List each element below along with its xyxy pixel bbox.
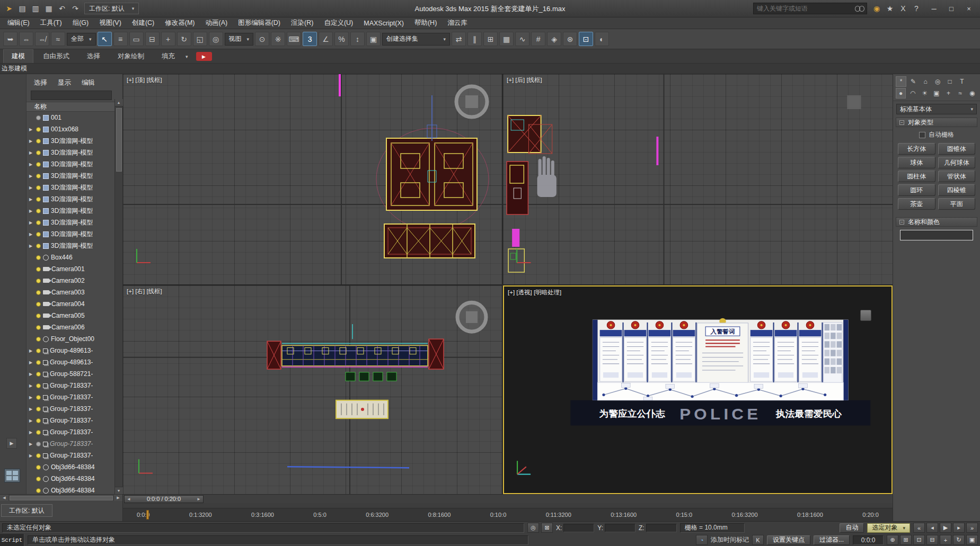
explorer-hscrollbar[interactable]: ◀ ▶	[0, 494, 122, 501]
explorer-item[interactable]: ▶3D溜溜网-模型	[27, 158, 114, 170]
redo-icon[interactable]: ↷	[69, 3, 81, 14]
explorer-item[interactable]: Camera003	[27, 287, 114, 298]
angle-snap-toggle-icon[interactable]: ∠	[319, 32, 333, 46]
visibility-bulb-icon[interactable]	[36, 337, 41, 342]
visibility-bulb-icon[interactable]	[36, 162, 41, 167]
autogrid-checkbox[interactable]	[919, 132, 925, 138]
menu-item[interactable]: 工具(T)	[35, 17, 67, 29]
expand-arrow-icon[interactable]: ▶	[29, 220, 34, 225]
object-type-button[interactable]: 几何球体	[938, 157, 976, 168]
utilities-icon[interactable]: T	[957, 76, 967, 87]
use-pivot-point-center-icon[interactable]: ⊙	[255, 32, 269, 46]
align-icon[interactable]: ∥	[467, 32, 482, 46]
visibility-bulb-icon[interactable]	[36, 465, 41, 470]
zoom-region-icon[interactable]: ⊟	[926, 535, 938, 545]
scroll-right-icon[interactable]: ▶	[114, 495, 122, 501]
material-editor-icon[interactable]: ◈	[547, 32, 561, 46]
window-crossing-toggle-icon[interactable]: ⊟	[145, 32, 160, 46]
z-field[interactable]	[646, 524, 677, 532]
visibility-bulb-icon[interactable]	[36, 244, 41, 248]
visibility-bulb-icon[interactable]	[36, 255, 41, 260]
visibility-bulb-icon[interactable]	[36, 442, 41, 446]
selection-filter-dropdown[interactable]: 全部 ▾	[67, 33, 96, 46]
explorer-item[interactable]: ▶Group-718337-	[27, 426, 114, 438]
explorer-item[interactable]: ▶Group-718337-	[27, 403, 114, 415]
key-filters-button[interactable]: 过滤器...	[814, 535, 850, 545]
render-production-icon[interactable]: ◐	[595, 32, 609, 46]
name-color-rollout-header[interactable]: − 名称和颜色	[896, 217, 977, 227]
app-menu-icon[interactable]: ➤	[3, 3, 15, 14]
visibility-bulb-icon[interactable]	[36, 209, 41, 213]
explorer-item[interactable]: ▶3D溜溜网-模型	[27, 182, 114, 193]
object-type-button[interactable]: 长方体	[898, 143, 935, 155]
object-type-button[interactable]: 圆柱体	[898, 171, 935, 182]
visibility-bulb-icon[interactable]	[36, 290, 41, 295]
expand-arrow-icon[interactable]: ▶	[29, 174, 34, 178]
visibility-bulb-icon[interactable]	[36, 267, 41, 272]
explorer-item[interactable]: ▶3D溜溜网-模型	[27, 228, 114, 240]
set-key-button[interactable]: 设置关键点	[767, 535, 810, 545]
explorer-item[interactable]: Camera005	[27, 310, 114, 321]
previous-frame-arrow-icon[interactable]: ◄	[127, 497, 131, 502]
explorer-item[interactable]: ▶3D溜溜网-模型	[27, 240, 114, 252]
helpers-icon[interactable]: +	[943, 88, 953, 99]
explorer-menu-item[interactable]: 编辑	[82, 78, 95, 87]
geometry-icon[interactable]: ●	[896, 88, 906, 99]
explorer-menu-item[interactable]: 显示	[58, 78, 71, 87]
toggle-layer-explorer-icon[interactable]: ⊞	[483, 32, 498, 46]
forward-arrow-icon[interactable]: ➥	[3, 32, 17, 46]
visibility-bulb-icon[interactable]	[36, 453, 41, 458]
explorer-item[interactable]: ▶Group-718337-	[27, 415, 114, 426]
explorer-item[interactable]: ▶Group-718337-	[27, 391, 114, 403]
visibility-bulb-icon[interactable]	[36, 185, 41, 190]
display-icon[interactable]: □	[944, 76, 955, 87]
workspace-dropdown[interactable]: 工作区: 默认 ▾	[84, 3, 139, 14]
media-plugin-icon[interactable]: ▶	[196, 52, 212, 61]
menu-item[interactable]: 帮助(H)	[409, 17, 442, 29]
explorer-item[interactable]: ▶3D溜溜网-模型	[27, 205, 114, 217]
select-and-manipulate-icon[interactable]: ※	[271, 32, 285, 46]
orbit-icon[interactable]: ↻	[953, 535, 965, 545]
explorer-item[interactable]: Obj3d66-48384	[27, 473, 114, 485]
next-frame-icon[interactable]: ▸	[953, 523, 965, 533]
menu-item[interactable]: 溜云库	[442, 17, 473, 29]
visibility-bulb-icon[interactable]	[36, 220, 41, 225]
lights-icon[interactable]: ☀	[920, 88, 930, 99]
explorer-vscrollbar[interactable]: ▲ ▼	[114, 99, 122, 494]
expand-arrow-icon[interactable]: ▶	[29, 442, 34, 446]
explorer-item[interactable]: Camera006	[27, 321, 114, 333]
create-icon[interactable]: *	[896, 76, 906, 87]
help-icon[interactable]: ?	[911, 3, 922, 14]
menu-item[interactable]: 编辑(E)	[2, 17, 35, 29]
select-and-place-icon[interactable]: ◎	[209, 32, 223, 46]
object-type-rollout-header[interactable]: − 对象类型	[896, 118, 977, 127]
grid-tool-icon[interactable]	[4, 469, 20, 482]
isolate-selection-icon[interactable]: ◎	[527, 523, 539, 533]
scroll-thumb[interactable]	[116, 108, 122, 172]
cameras-icon[interactable]: ▣	[931, 88, 941, 99]
category-dropdown[interactable]: 标准基本体 ▾	[896, 104, 977, 114]
hierarchy-icon[interactable]: ⌂	[920, 76, 931, 87]
favorites-star-icon[interactable]: ★	[884, 3, 896, 14]
visibility-bulb-icon[interactable]	[36, 418, 41, 423]
expand-arrow-icon[interactable]: ▶	[29, 383, 34, 388]
viewport-back-label[interactable]: [+] [后] [线框]	[507, 76, 542, 84]
select-and-rotate-icon[interactable]: ↻	[177, 32, 191, 46]
explorer-item[interactable]: ▶3D溜溜网-模型	[27, 217, 114, 228]
render-setup-icon[interactable]: ⊛	[563, 32, 577, 46]
viewport-top[interactable]: [+] [顶] [线框]	[123, 74, 502, 284]
expand-arrow-icon[interactable]: ▶	[29, 418, 34, 423]
explorer-item[interactable]: ▶Group-489613-	[27, 356, 114, 368]
key-selection-dropdown[interactable]: 选定对象 ▾	[867, 523, 910, 533]
object-type-button[interactable]: 茶壶	[898, 198, 935, 210]
visibility-bulb-icon[interactable]	[36, 150, 41, 155]
viewcube-icon[interactable]	[860, 310, 871, 321]
expand-arrow-icon[interactable]: ▶	[29, 372, 34, 377]
rendered-frame-window-icon[interactable]: ⊡	[579, 32, 593, 46]
save-file-icon[interactable]: ▦	[43, 3, 55, 14]
current-time-field[interactable]: 0:0:0	[853, 535, 884, 545]
scroll-left-icon[interactable]: ◀	[0, 495, 8, 501]
select-and-link-icon[interactable]: ⇔	[19, 32, 33, 46]
object-type-button[interactable]: 管状体	[938, 171, 976, 182]
scroll-down-icon[interactable]: ▼	[115, 487, 123, 494]
